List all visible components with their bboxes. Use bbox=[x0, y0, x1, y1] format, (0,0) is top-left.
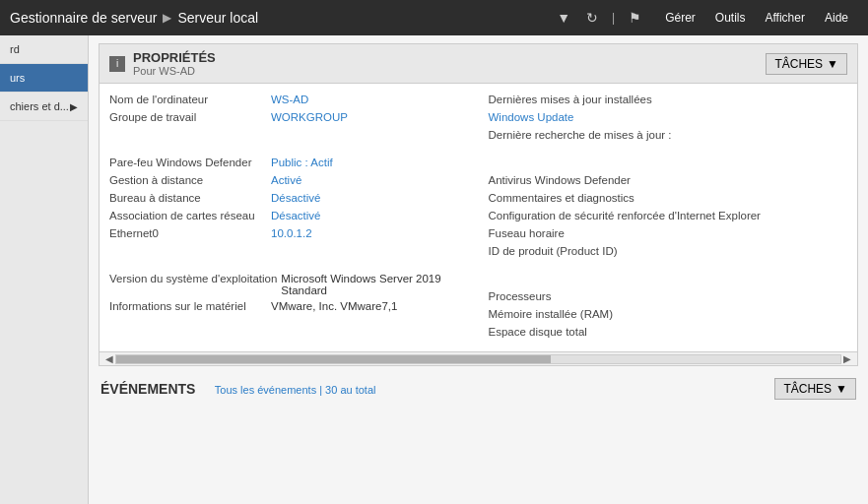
prop-processors-label: Processeurs bbox=[489, 290, 646, 302]
prop-nic-teaming: Association de cartes réseau Désactivé bbox=[109, 208, 469, 225]
prop-nic-teaming-value[interactable]: Désactivé bbox=[271, 210, 321, 221]
prop-workgroup-value[interactable]: WORKGROUP bbox=[271, 111, 348, 123]
prop-ie-security: Configuration de sécurité renforcée d'In… bbox=[489, 208, 848, 225]
prop-productid: ID de produit (Product ID) bbox=[489, 243, 848, 261]
events-subtitle[interactable]: Tous les événements | 30 au total bbox=[215, 384, 376, 396]
prop-windows-update: Windows Update bbox=[489, 109, 848, 127]
main-layout: rd urs chiers et d... ▶ i PROPRIÉTÉS Pou… bbox=[0, 35, 868, 504]
prop-ram-label: Mémoire installée (RAM) bbox=[489, 308, 646, 320]
scroll-left-arrow[interactable]: ◀ bbox=[103, 353, 115, 364]
prop-os-label: Version du système d'exploitation bbox=[109, 273, 277, 284]
scroll-thumb bbox=[116, 355, 551, 363]
prop-computername-value[interactable]: WS-AD bbox=[271, 94, 308, 105]
prop-disk: Espace disque total bbox=[489, 324, 848, 342]
section-title-block: PROPRIÉTÉS Pour WS-AD bbox=[133, 50, 216, 77]
prop-hardware-value: VMware, Inc. VMware7,1 bbox=[271, 300, 397, 312]
prop-os-value: Microsoft Windows Server 2019 Standard bbox=[281, 273, 468, 296]
sidebar-item-fichiers[interactable]: chiers et d... ▶ bbox=[0, 93, 88, 121]
properties-body: Nom de l'ordinateur WS-AD Groupe de trav… bbox=[100, 84, 857, 351]
spacer5 bbox=[489, 145, 848, 158]
prop-ethernet: Ethernet0 10.0.1.2 bbox=[109, 225, 469, 243]
menu-view[interactable]: Afficher bbox=[756, 7, 815, 29]
prop-last-check-label: Dernière recherche de mises à jour : bbox=[489, 129, 672, 141]
prop-ie-security-label: Configuration de sécurité renforcée d'In… bbox=[489, 210, 761, 221]
topbar-title: Gestionnaire de serveur ▶ Serveur local bbox=[10, 10, 553, 26]
prop-productid-label: ID de produit (Product ID) bbox=[489, 245, 646, 257]
prop-remote-mgmt: Gestion à distance Activé bbox=[109, 172, 469, 190]
prop-os: Version du système d'exploitation Micros… bbox=[109, 271, 469, 298]
prop-last-updates: Dernières mises à jour installées bbox=[489, 92, 848, 109]
prop-feedback: Commentaires et diagnostics bbox=[489, 190, 848, 208]
content-area: i PROPRIÉTÉS Pour WS-AD TÂCHES ▼ bbox=[89, 35, 868, 504]
prop-timezone: Fuseau horaire bbox=[489, 225, 848, 243]
events-title: ÉVÉNEMENTS bbox=[100, 381, 195, 397]
prop-ram: Mémoire installée (RAM) bbox=[489, 306, 848, 324]
taches-dropdown-icon: ▼ bbox=[827, 57, 838, 71]
prop-last-updates-label: Dernières mises à jour installées bbox=[489, 94, 652, 105]
properties-icon: i bbox=[109, 56, 125, 72]
taches-button[interactable]: TÂCHES ▼ bbox=[766, 53, 847, 75]
horizontal-scrollbar[interactable]: ◀ ▶ bbox=[100, 351, 857, 365]
topbar-icons: ▼ ↻ | ⚑ bbox=[553, 8, 645, 28]
events-section: ÉVÉNEMENTS Tous les événements | 30 au t… bbox=[99, 374, 858, 404]
events-taches-dropdown-icon: ▼ bbox=[835, 382, 847, 396]
prop-hardware: Informations sur le matériel VMware, Inc… bbox=[109, 298, 469, 316]
props-left-col: Nom de l'ordinateur WS-AD Groupe de trav… bbox=[109, 92, 469, 342]
prop-remote-desktop: Bureau à distance Désactivé bbox=[109, 190, 469, 208]
prop-last-check: Dernière recherche de mises à jour : bbox=[489, 127, 848, 145]
app-title: Gestionnaire de serveur bbox=[10, 10, 157, 26]
properties-section: i PROPRIÉTÉS Pour WS-AD TÂCHES ▼ bbox=[99, 43, 858, 366]
prop-antivirus: Antivirus Windows Defender bbox=[489, 172, 848, 190]
properties-table: Nom de l'ordinateur WS-AD Groupe de trav… bbox=[109, 92, 847, 342]
sidebar-item-urs[interactable]: urs bbox=[0, 64, 88, 93]
sidebar-item-rd[interactable]: rd bbox=[0, 35, 88, 64]
menu-tools[interactable]: Outils bbox=[705, 7, 756, 29]
spacer4 bbox=[109, 257, 469, 271]
prop-computername-label: Nom de l'ordinateur bbox=[109, 94, 267, 105]
events-title-group: ÉVÉNEMENTS Tous les événements | 30 au t… bbox=[100, 381, 376, 397]
section-subtitle: Pour WS-AD bbox=[133, 65, 216, 77]
prop-firewall-value[interactable]: Public : Actif bbox=[271, 157, 333, 168]
menu-help[interactable]: Aide bbox=[815, 7, 858, 29]
prop-firewall: Pare-feu Windows Defender Public : Actif bbox=[109, 155, 469, 172]
spacer7 bbox=[489, 261, 848, 275]
events-header: ÉVÉNEMENTS Tous les événements | 30 au t… bbox=[99, 374, 858, 404]
page-title: Serveur local bbox=[177, 10, 258, 26]
prop-antivirus-label: Antivirus Windows Defender bbox=[489, 174, 646, 186]
chevron-right-icon: ▶ bbox=[70, 101, 78, 112]
topbar: Gestionnaire de serveur ▶ Serveur local … bbox=[0, 0, 868, 35]
spacer2 bbox=[109, 141, 469, 155]
prop-timezone-label: Fuseau horaire bbox=[489, 227, 646, 239]
refresh-icon[interactable]: ↻ bbox=[582, 8, 602, 28]
spacer1 bbox=[109, 127, 469, 141]
prop-remote-desktop-value[interactable]: Désactivé bbox=[271, 192, 321, 204]
prop-ethernet-label: Ethernet0 bbox=[109, 227, 267, 239]
breadcrumb-separator: ▶ bbox=[163, 11, 171, 25]
prop-processors: Processeurs bbox=[489, 288, 848, 306]
section-header-left: i PROPRIÉTÉS Pour WS-AD bbox=[109, 50, 216, 77]
dropdown-icon[interactable]: ▼ bbox=[553, 8, 574, 28]
flag-icon[interactable]: ⚑ bbox=[625, 8, 645, 28]
prop-ethernet-value[interactable]: 10.0.1.2 bbox=[271, 227, 312, 239]
spacer8 bbox=[489, 275, 848, 288]
scroll-right-arrow[interactable]: ▶ bbox=[841, 353, 853, 364]
prop-firewall-label: Pare-feu Windows Defender bbox=[109, 157, 267, 168]
scroll-track[interactable] bbox=[115, 354, 841, 364]
prop-remote-desktop-label: Bureau à distance bbox=[109, 192, 267, 204]
section-title: PROPRIÉTÉS bbox=[133, 50, 216, 65]
prop-remote-mgmt-label: Gestion à distance bbox=[109, 174, 267, 186]
section-header: i PROPRIÉTÉS Pour WS-AD TÂCHES ▼ bbox=[100, 44, 857, 84]
topbar-menus: Gérer Outils Afficher Aide bbox=[655, 7, 858, 29]
events-taches-button[interactable]: TÂCHES ▼ bbox=[774, 378, 856, 400]
spacer6 bbox=[489, 158, 848, 172]
prop-disk-label: Espace disque total bbox=[489, 326, 646, 338]
prop-windows-update-label[interactable]: Windows Update bbox=[489, 111, 646, 123]
prop-nic-teaming-label: Association de cartes réseau bbox=[109, 210, 267, 221]
sidebar: rd urs chiers et d... ▶ bbox=[0, 35, 89, 504]
prop-workgroup-label: Groupe de travail bbox=[109, 111, 267, 123]
menu-manage[interactable]: Gérer bbox=[655, 7, 705, 29]
prop-remote-mgmt-value[interactable]: Activé bbox=[271, 174, 301, 186]
props-right-col: Dernières mises à jour installées Window… bbox=[489, 92, 848, 342]
prop-feedback-label: Commentaires et diagnostics bbox=[489, 192, 646, 204]
prop-workgroup: Groupe de travail WORKGROUP bbox=[109, 109, 469, 127]
